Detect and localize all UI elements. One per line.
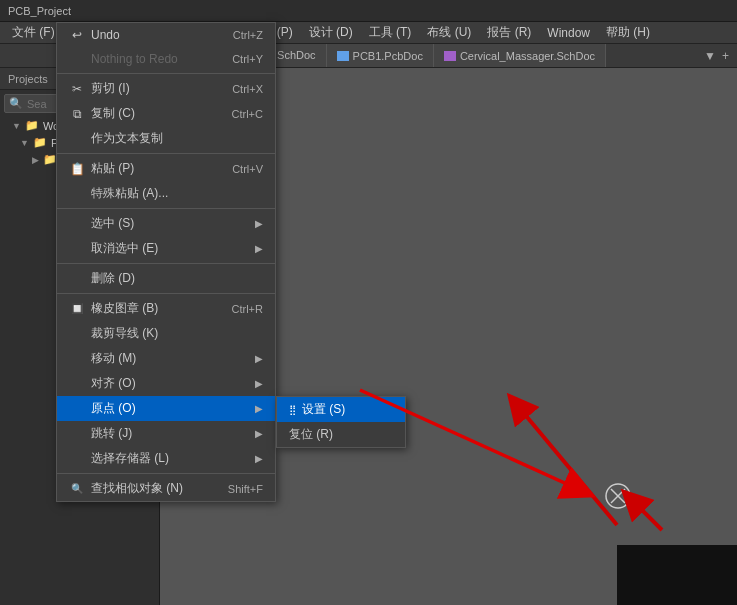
menu-redo: Nothing to Redo Ctrl+Y (57, 47, 275, 71)
copy-text-label: 作为文本复制 (91, 130, 163, 147)
menu-align[interactable]: 对齐 (O) ▶ (57, 371, 275, 396)
tab-sch2-label: Cervical_Massager.SchDoc (460, 50, 595, 62)
tab-pcb-label: PCB1.PcbDoc (353, 50, 423, 62)
title-text: PCB_Project (8, 5, 71, 17)
submenu-reset[interactable]: 复位 (R) (277, 422, 405, 447)
copy-label: 复制 (C) (91, 105, 135, 122)
paste-icon: 📋 (69, 161, 85, 177)
menu-delete[interactable]: 删除 (D) (57, 266, 275, 291)
menu-special-paste[interactable]: 特殊粘贴 (A)... (57, 181, 275, 206)
separator-2 (57, 153, 275, 154)
menu-find[interactable]: 🔍 查找相似对象 (N) Shift+F (57, 476, 275, 501)
deselect-arrow: ▶ (255, 243, 263, 254)
separator-4 (57, 263, 275, 264)
tab-pcb-icon (337, 51, 349, 61)
find-icon: 🔍 (69, 481, 85, 497)
store-arrow: ▶ (255, 453, 263, 464)
menu-jump[interactable]: 跳转 (J) ▶ (57, 421, 275, 446)
menu-help[interactable]: 帮助 (H) (598, 22, 658, 43)
jump-label: 跳转 (J) (91, 425, 132, 442)
separator-5 (57, 293, 275, 294)
move-label: 移动 (M) (91, 350, 136, 367)
deselect-icon (69, 241, 85, 257)
special-paste-label: 特殊粘贴 (A)... (91, 185, 168, 202)
projects-title: Projects (8, 73, 48, 85)
bottom-black-area (617, 545, 737, 605)
tab-pcb[interactable]: PCB1.PcbDoc (327, 44, 434, 67)
separator-6 (57, 473, 275, 474)
store-label: 选择存储器 (L) (91, 450, 169, 467)
menu-copy-text[interactable]: 作为文本复制 (57, 126, 275, 151)
delete-icon (69, 271, 85, 287)
separator-1 (57, 73, 275, 74)
cut-icon: ✂ (69, 81, 85, 97)
select-label: 选中 (S) (91, 215, 134, 232)
rubber-label: 橡皮图章 (B) (91, 300, 158, 317)
submenu-origin: ⣿ 设置 (S) 复位 (R) (276, 396, 406, 448)
menu-trim[interactable]: 裁剪导线 (K) (57, 321, 275, 346)
tree-arrow-fr: ▶ (32, 155, 39, 165)
submenu-set[interactable]: ⣿ 设置 (S) (277, 397, 405, 422)
svg-line-4 (517, 405, 617, 525)
red-arrow-annotation (477, 345, 677, 545)
copy-icon: ⧉ (69, 106, 85, 122)
folder-icon-fr: 📁 (43, 153, 57, 166)
jump-arrow: ▶ (255, 428, 263, 439)
add-tab-icon[interactable]: + (722, 49, 729, 63)
titlebar: PCB_Project (0, 0, 737, 22)
menu-window[interactable]: Window (539, 24, 598, 42)
filter-icon[interactable]: ▼ (704, 49, 716, 63)
dropdown-edit-menu: ↩ Undo Ctrl+Z Nothing to Redo Ctrl+Y ✂ 剪… (56, 22, 276, 502)
align-label: 对齐 (O) (91, 375, 136, 392)
menu-rubber[interactable]: 🔲 橡皮图章 (B) Ctrl+R (57, 296, 275, 321)
move-icon (69, 351, 85, 367)
align-icon (69, 376, 85, 392)
find-label: 查找相似对象 (N) (91, 480, 183, 497)
menu-move[interactable]: 移动 (M) ▶ (57, 346, 275, 371)
origin-marker (604, 482, 632, 510)
special-paste-icon (69, 186, 85, 202)
move-arrow: ▶ (255, 353, 263, 364)
menu-tools[interactable]: 工具 (T) (361, 22, 420, 43)
menu-cut[interactable]: ✂ 剪切 (I) Ctrl+X (57, 76, 275, 101)
rubber-shortcut: Ctrl+R (232, 303, 263, 315)
origin-arrow: ▶ (255, 403, 263, 414)
paste-label: 粘贴 (P) (91, 160, 134, 177)
menu-report[interactable]: 报告 (R) (479, 22, 539, 43)
reset-label: 复位 (R) (289, 426, 333, 443)
menu-design[interactable]: 设计 (D) (301, 22, 361, 43)
tree-arrow-pc: ▼ (20, 138, 29, 148)
undo-label: Undo (91, 28, 120, 42)
menu-copy[interactable]: ⧉ 复制 (C) Ctrl+C (57, 101, 275, 126)
svg-line-6 (632, 500, 662, 530)
red-arrow2-annotation (582, 450, 682, 550)
cut-shortcut: Ctrl+X (232, 83, 263, 95)
menu-origin[interactable]: 原点 (O) ▶ (57, 396, 275, 421)
tab-sch2-icon (444, 51, 456, 61)
tree-arrow-world: ▼ (12, 121, 21, 131)
undo-icon: ↩ (69, 27, 85, 43)
menu-route[interactable]: 布线 (U) (419, 22, 479, 43)
menu-store[interactable]: 选择存储器 (L) ▶ (57, 446, 275, 471)
search-icon: 🔍 (9, 97, 23, 110)
menu-select[interactable]: 选中 (S) ▶ (57, 211, 275, 236)
select-icon (69, 216, 85, 232)
align-arrow: ▶ (255, 378, 263, 389)
menu-file[interactable]: 文件 (F) (4, 22, 63, 43)
tab-sch2[interactable]: Cervical_Massager.SchDoc (434, 44, 606, 67)
jump-icon (69, 426, 85, 442)
redo-label: Nothing to Redo (91, 52, 178, 66)
copy-shortcut: Ctrl+C (232, 108, 263, 120)
deselect-label: 取消选中 (E) (91, 240, 158, 257)
trim-icon (69, 326, 85, 342)
select-arrow: ▶ (255, 218, 263, 229)
copy-text-icon (69, 131, 85, 147)
menu-undo[interactable]: ↩ Undo Ctrl+Z (57, 23, 275, 47)
store-icon (69, 451, 85, 467)
paste-shortcut: Ctrl+V (232, 163, 263, 175)
origin-icon (69, 401, 85, 417)
redo-icon (69, 51, 85, 67)
menu-paste[interactable]: 📋 粘贴 (P) Ctrl+V (57, 156, 275, 181)
origin-label: 原点 (O) (91, 400, 136, 417)
menu-deselect[interactable]: 取消选中 (E) ▶ (57, 236, 275, 261)
